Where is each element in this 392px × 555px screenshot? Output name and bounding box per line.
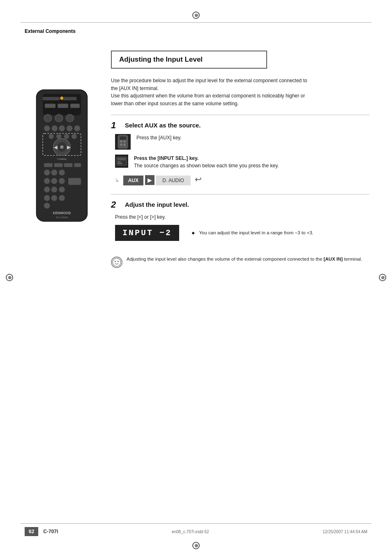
svg-point-49 bbox=[120, 140, 122, 143]
svg-text:TUNING: TUNING bbox=[57, 157, 67, 160]
svg-rect-27 bbox=[44, 163, 53, 167]
step-2: 2 Adjust the input level. Press the [<] … bbox=[111, 194, 369, 248]
svg-point-31 bbox=[44, 169, 50, 175]
bullet-icon: ● bbox=[191, 229, 195, 236]
input-display: INPUT −2 bbox=[115, 225, 179, 241]
footer-file: en08_c-707i.indd 62 bbox=[172, 530, 209, 534]
main-content: ◀ ▶ TUNING bbox=[0, 51, 392, 268]
note-bold: [AUX IN] bbox=[323, 257, 343, 261]
svg-rect-55 bbox=[118, 161, 121, 162]
input-sel-icon bbox=[115, 155, 128, 168]
bottom-reg-mark: ⊕ bbox=[192, 542, 200, 549]
intro-line1: Use the procedure below to adjust the in… bbox=[111, 78, 307, 91]
svg-rect-6 bbox=[58, 104, 68, 108]
svg-point-13 bbox=[59, 125, 65, 131]
step-1-aux-instruction: Press the [AUX] key. bbox=[115, 134, 369, 150]
section-label: External Components bbox=[25, 28, 392, 34]
svg-rect-4 bbox=[63, 97, 76, 100]
title-box: Adjusting the Input Level bbox=[111, 51, 267, 69]
instructions-area: Adjusting the Input Level Use the proced… bbox=[103, 51, 369, 268]
aux-key-icon bbox=[115, 134, 131, 150]
note-text-part2: terminal. bbox=[343, 257, 362, 261]
source-arrow: ▶ bbox=[145, 175, 154, 185]
svg-point-59 bbox=[118, 261, 119, 262]
remote-mini-icon bbox=[117, 135, 129, 149]
source-next: D. AUDIO bbox=[156, 176, 191, 185]
svg-rect-56 bbox=[118, 163, 122, 164]
remote-control-image: ◀ ▶ TUNING bbox=[30, 88, 94, 224]
svg-point-15 bbox=[74, 125, 80, 131]
step-1-title: Select AUX as the source. bbox=[125, 121, 201, 129]
page: ⊕ External Components ⊕ ⊕ bbox=[0, 0, 392, 555]
left-reg-mark: ⊕ bbox=[6, 274, 13, 281]
svg-rect-28 bbox=[54, 163, 62, 167]
step-1-aux-text: Press the [AUX] key. bbox=[136, 134, 182, 141]
svg-point-50 bbox=[123, 140, 126, 143]
step-1-inputsel-instruction: Press the [INPUT SEL.] key. The source c… bbox=[115, 155, 369, 169]
svg-point-19 bbox=[64, 134, 69, 139]
svg-rect-37 bbox=[68, 178, 81, 185]
footer-date: 12/25/2007 11:44:54 AM bbox=[323, 530, 367, 534]
input-sel-icon-svg bbox=[116, 157, 127, 166]
svg-point-51 bbox=[120, 143, 122, 146]
svg-point-14 bbox=[66, 125, 72, 131]
svg-point-17 bbox=[48, 134, 53, 139]
aux-press-text: Press the [AUX] key. bbox=[136, 135, 182, 141]
svg-point-9 bbox=[55, 114, 62, 122]
svg-text:◀: ◀ bbox=[53, 145, 58, 150]
step-1: 1 Select AUX as the source. bbox=[111, 115, 369, 192]
footer-model: C-707I bbox=[43, 529, 58, 534]
svg-text:RC-F0545: RC-F0545 bbox=[56, 216, 68, 219]
footer-bottom-mark: ⊕ bbox=[0, 539, 392, 555]
top-registration-area: ⊕ bbox=[0, 0, 392, 22]
step-2-press-text: Press the [<] or [>] key. bbox=[115, 213, 369, 221]
header-rule bbox=[21, 22, 371, 23]
svg-point-39 bbox=[51, 187, 57, 192]
svg-rect-29 bbox=[64, 163, 72, 167]
svg-rect-3 bbox=[43, 97, 60, 100]
svg-point-11 bbox=[44, 125, 50, 131]
note-face-icon bbox=[112, 258, 121, 267]
right-reg-mark: ⊕ bbox=[379, 274, 386, 281]
svg-point-33 bbox=[59, 169, 65, 175]
step-1-header: 1 Select AUX as the source. bbox=[111, 121, 369, 130]
svg-point-20 bbox=[71, 134, 76, 139]
page-number: 62 bbox=[25, 527, 38, 536]
svg-rect-7 bbox=[70, 104, 80, 108]
top-reg-mark: ⊕ bbox=[192, 12, 200, 19]
bottom-note: Adjusting the input level also changes t… bbox=[111, 253, 369, 268]
input-sel-sub: The source changes as shown below each t… bbox=[134, 163, 279, 169]
source-cycle-diagram: ↳ AUX ▶ D. AUDIO ↩ bbox=[115, 174, 369, 184]
svg-point-44 bbox=[44, 203, 50, 208]
svg-point-43 bbox=[59, 195, 65, 201]
svg-point-58 bbox=[115, 261, 116, 262]
step-2-title: Adjust the input level. bbox=[125, 200, 189, 208]
remote-area: ◀ ▶ TUNING bbox=[21, 88, 103, 268]
svg-rect-30 bbox=[74, 163, 81, 167]
svg-point-52 bbox=[123, 143, 126, 146]
svg-point-12 bbox=[51, 125, 57, 131]
note-text-part1: Adjusting the input level also changes t… bbox=[127, 257, 323, 261]
svg-point-41 bbox=[44, 195, 50, 201]
intro-text: Use the procedure below to adjust the in… bbox=[111, 77, 308, 107]
note-icon bbox=[111, 257, 122, 268]
svg-point-40 bbox=[59, 187, 65, 192]
svg-point-25 bbox=[60, 146, 63, 149]
svg-text:KENWOOD: KENWOOD bbox=[53, 211, 71, 215]
svg-point-57 bbox=[113, 258, 121, 266]
source-current: AUX bbox=[123, 176, 143, 185]
svg-point-10 bbox=[66, 114, 74, 122]
svg-point-38 bbox=[44, 187, 50, 192]
svg-point-42 bbox=[51, 195, 57, 201]
step-2-number: 2 bbox=[111, 200, 122, 209]
footer-content: 62 C-707I en08_c-707i.indd 62 12/25/2007… bbox=[0, 524, 392, 539]
svg-point-32 bbox=[51, 169, 57, 175]
svg-point-36 bbox=[59, 178, 65, 184]
arrow-return: ↩ bbox=[195, 175, 202, 184]
svg-point-2 bbox=[60, 97, 63, 100]
step-2-header: 2 Adjust the input level. bbox=[111, 200, 369, 209]
svg-point-18 bbox=[56, 134, 61, 139]
right-reg-mark-circle: ⊕ bbox=[379, 274, 386, 281]
step-1-number: 1 bbox=[111, 121, 122, 130]
display-note: You can adjust the input level in a rang… bbox=[199, 229, 313, 236]
